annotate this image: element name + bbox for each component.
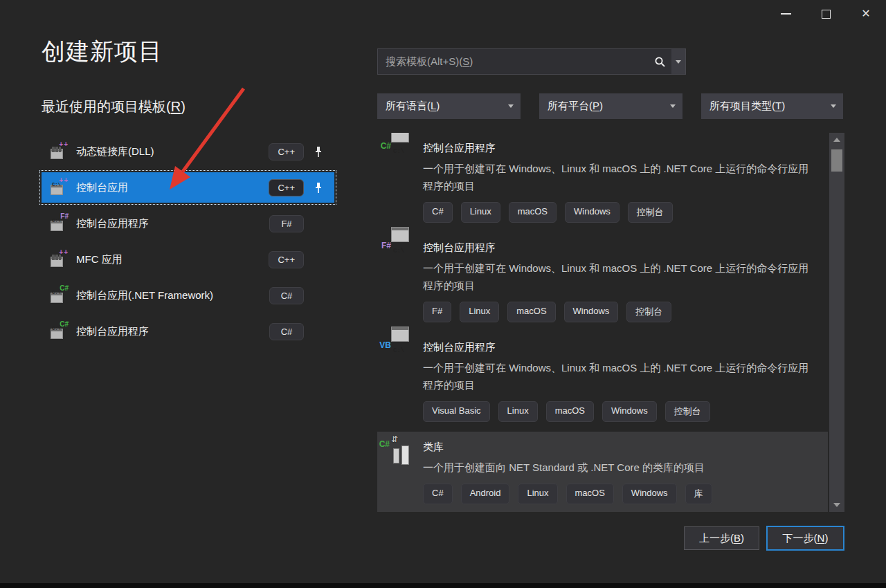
console-app-icon: C:\ C# (51, 323, 67, 340)
template-tag[interactable]: Linux (518, 484, 557, 504)
template-tag[interactable]: Windows (564, 302, 619, 322)
template-results-list: C:\ C# 控制台应用程序 一个用于创建可在 Windows、Linux 和 … (377, 133, 828, 512)
recent-item-label: 控制台应用 (76, 181, 269, 194)
language-badge: C# (269, 323, 304, 340)
template-description: 一个用于创建可在 Windows、Linux 和 macOS 上的 .NET C… (423, 160, 817, 194)
recent-item-label: 控制台应用(.NET Framework) (76, 289, 269, 302)
template-tag[interactable]: Linux (498, 401, 538, 422)
template-title: 类库 (423, 441, 817, 454)
maximize-icon (822, 10, 831, 19)
template-tag[interactable]: 控制台 (665, 401, 710, 422)
recent-templates-list: ++ 动态链接库(DLL) C++ C:\ ++ 控制台应用 C++ C:\ F… (42, 136, 334, 352)
language-badge: C++ (269, 179, 304, 196)
language-badge: C++ (269, 251, 304, 268)
back-button[interactable]: 上一步(B) (684, 526, 759, 550)
window-controls: ✕ (766, 0, 886, 28)
next-button[interactable]: 下一步(N) (766, 526, 844, 551)
template-item-console-csharp[interactable]: C:\ C# 控制台应用程序 一个用于创建可在 Windows、Linux 和 … (377, 133, 828, 232)
chevron-down-icon (508, 104, 514, 108)
close-button[interactable]: ✕ (846, 0, 886, 28)
console-app-icon: C:\ F# (51, 215, 67, 232)
mfc-app-icon: ++ (51, 251, 67, 268)
recent-item-console-netframework[interactable]: C:\ C# 控制台应用(.NET Framework) C# (42, 280, 334, 311)
template-tag[interactable]: macOS (509, 202, 557, 223)
recent-templates-heading: 最近使用的项目模板(R) (42, 98, 186, 116)
language-filter-label: 所有语言(L) (386, 100, 508, 113)
search-placeholder: 搜索模板(Alt+S)(S) (378, 55, 648, 68)
template-tag[interactable]: 控制台 (628, 202, 673, 223)
template-title: 控制台应用程序 (423, 341, 817, 354)
template-tag[interactable]: Linux (460, 302, 499, 322)
template-tag[interactable]: Windows (565, 202, 620, 223)
template-item-console-vb[interactable]: C:\ VB 控制台应用程序 一个用于创建可在 Windows、Linux 和 … (377, 332, 828, 432)
template-tag[interactable]: macOS (507, 302, 555, 322)
pin-icon[interactable] (314, 182, 323, 194)
chevron-down-icon (676, 60, 681, 64)
next-button-label: 下一步(N) (783, 532, 829, 545)
minimize-button[interactable] (766, 0, 806, 28)
template-item-console-fsharp[interactable]: C:\ F# 控制台应用程序 一个用于创建可在 Windows、Linux 和 … (377, 232, 828, 332)
template-tag[interactable]: 控制台 (626, 302, 671, 322)
maximize-button[interactable] (806, 0, 846, 28)
template-tag[interactable]: macOS (566, 484, 614, 504)
template-title: 控制台应用程序 (423, 142, 817, 155)
create-new-project-dialog: ✕ 创建新项目 最近使用的项目模板(R) ++ 动态链接库(DLL) C++ C… (0, 0, 886, 588)
recent-item-mfc-app[interactable]: ++ MFC 应用 C++ (42, 244, 334, 275)
pin-icon[interactable] (314, 146, 323, 158)
scroll-up-arrow[interactable] (829, 134, 844, 145)
template-list-scrollbar[interactable] (829, 133, 844, 512)
template-tag[interactable]: macOS (546, 401, 594, 422)
recent-item-label: MFC 应用 (76, 253, 269, 266)
language-filter-dropdown[interactable]: 所有语言(L) (377, 93, 521, 119)
template-description: 一个用于创建可在 Windows、Linux 和 macOS 上的 .NET C… (423, 359, 817, 394)
template-tag[interactable]: C# (423, 202, 453, 223)
template-tags: C#LinuxmacOSWindows控制台 (423, 202, 817, 223)
template-tags: Visual BasicLinuxmacOSWindows控制台 (423, 401, 817, 422)
recent-item-label: 控制台应用程序 (76, 325, 269, 338)
template-tag[interactable]: Android (461, 484, 510, 504)
recent-item-dll[interactable]: ++ 动态链接库(DLL) C++ (42, 136, 334, 167)
recent-item-label: 控制台应用程序 (76, 217, 269, 230)
recent-item-label: 动态链接库(DLL) (76, 145, 269, 158)
platform-filter-dropdown[interactable]: 所有平台(P) (539, 93, 682, 119)
template-tag[interactable]: Visual Basic (423, 401, 490, 422)
template-description: 一个用于创建可在 Windows、Linux 和 macOS 上的 .NET C… (423, 259, 817, 294)
language-badge: F# (269, 215, 304, 232)
search-options-dropdown[interactable] (671, 49, 685, 74)
template-tag[interactable]: 库 (685, 484, 712, 504)
template-tag[interactable]: Linux (461, 202, 500, 223)
close-icon: ✕ (861, 8, 870, 19)
template-title: 控制台应用程序 (423, 241, 817, 255)
page-title: 创建新项目 (42, 36, 163, 68)
template-tag[interactable]: C# (423, 484, 453, 504)
dll-template-icon: ++ (51, 143, 67, 160)
template-tag[interactable]: Windows (622, 484, 677, 504)
console-app-icon: C:\ C# (51, 287, 67, 304)
scroll-down-arrow[interactable] (829, 499, 844, 511)
recent-item-console-app-csharp[interactable]: C:\ C# 控制台应用程序 C# (42, 316, 334, 347)
back-button-label: 上一步(B) (699, 532, 744, 545)
recent-item-console-app-fsharp[interactable]: C:\ F# 控制台应用程序 F# (42, 208, 334, 239)
platform-filter-label: 所有平台(P) (548, 100, 670, 113)
template-tags: F#LinuxmacOSWindows控制台 (423, 302, 817, 322)
chevron-down-icon (831, 104, 836, 108)
project-type-filter-label: 所有项目类型(T) (709, 100, 831, 113)
project-type-filter-dropdown[interactable]: 所有项目类型(T) (701, 93, 843, 119)
language-badge: C++ (269, 143, 304, 160)
language-badge: C# (269, 287, 304, 304)
console-app-icon: C:\ ++ (51, 179, 67, 196)
chevron-down-icon (670, 104, 676, 108)
template-item-classlib-csharp[interactable]: ⇵ C# 类库 一个用于创建面向 NET Standard 或 .NET Cor… (377, 432, 828, 512)
recent-item-console-app-selected[interactable]: C:\ ++ 控制台应用 C++ (42, 172, 334, 203)
template-description: 一个用于创建面向 NET Standard 或 .NET Core 的类库的项目 (423, 459, 817, 476)
minimize-icon (781, 13, 791, 15)
scrollbar-thumb[interactable] (831, 149, 842, 172)
search-template-input[interactable]: 搜索模板(Alt+S)(S) (377, 48, 686, 75)
template-tag[interactable]: Windows (602, 401, 657, 422)
window-bottom-edge (0, 583, 886, 588)
search-icon[interactable] (648, 49, 671, 74)
template-tags: C#AndroidLinuxmacOSWindows库 (423, 484, 817, 504)
template-tag[interactable]: F# (423, 302, 451, 322)
